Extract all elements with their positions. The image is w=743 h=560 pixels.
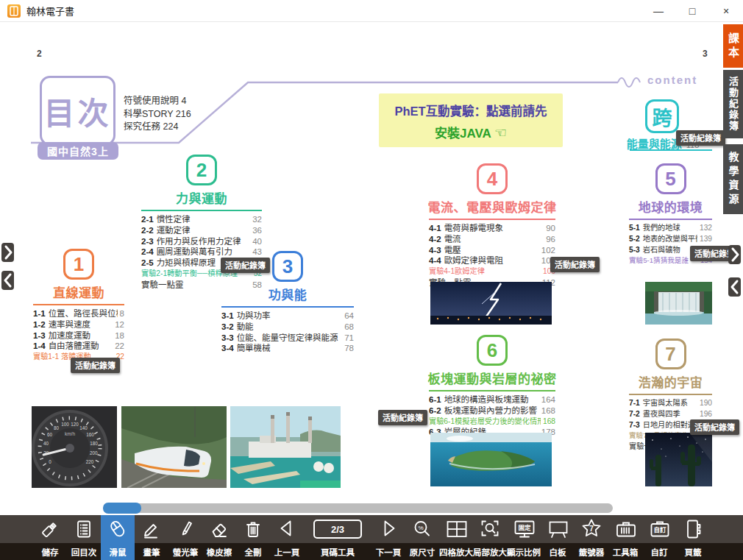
chapter-3-title[interactable]: 功與能 (269, 285, 307, 303)
phet-notice[interactable]: PhET互動實驗：點選前請先 安裝JAVA☜ (379, 93, 563, 147)
triangle-right-icon (377, 515, 399, 543)
chapter-1-block: 1 直線運動 1-1位置、路徑長與位移81-2速率與速度121-3加速度運動18… (33, 249, 124, 363)
tool-partial-zoom[interactable]: 局部放大 (473, 515, 507, 560)
toc-item[interactable]: 1-3加速度運動18 (33, 330, 124, 341)
toc-item[interactable]: 實驗4-1歐姆定律106 (429, 266, 555, 277)
toc-item[interactable]: 3-3位能、能量守恆定律與能源71 (221, 333, 354, 344)
speedometer-photo[interactable]: km/h 020406080100120140160180200220 (32, 406, 117, 488)
tool-save[interactable]: 儲存 (33, 515, 67, 560)
right-edge-prev-arrow[interactable] (728, 277, 741, 297)
chapter-4-number-badge[interactable]: 4 (477, 163, 508, 194)
tool-page-tabs[interactable]: 頁籤 (676, 515, 710, 560)
toc-item[interactable]: 4-3電壓102 (429, 245, 555, 256)
cross-topic-title[interactable]: 能量與能源 (627, 135, 682, 151)
waterfall-photo[interactable] (645, 282, 712, 325)
power-plant-photo[interactable] (230, 406, 341, 488)
chapter-2-title[interactable]: 力與運動 (176, 188, 227, 207)
chapter-3-number-badge[interactable]: 3 (272, 251, 303, 282)
chapter-5-title[interactable]: 地球的環境 (639, 197, 703, 216)
tool-toolbox[interactable]: 工具箱 (608, 515, 642, 560)
cross-topic-badge[interactable]: 跨 (645, 99, 679, 133)
tool-delete-all[interactable]: 全刪 (236, 515, 270, 560)
left-edge-prev-arrow[interactable] (1, 271, 14, 290)
chapter-2-number-badge[interactable]: 2 (186, 155, 217, 185)
horizontal-scrollbar-thumb[interactable] (103, 503, 141, 514)
toc-item[interactable]: 6-2板塊運動與內營力的影響168 (429, 405, 555, 417)
chapter-4-title[interactable]: 電流、電壓與歐姆定律 (428, 197, 557, 216)
toc-item[interactable]: 2-1慣性定律32 (141, 214, 262, 225)
tool-mouse[interactable]: 滑鼠 (101, 515, 135, 560)
toc-item[interactable]: 7-1宇宙與太陽系190 (629, 398, 712, 409)
chapter-5-number-badge[interactable]: 5 (655, 163, 686, 194)
tool-custom[interactable]: 自訂 自訂 (642, 515, 676, 560)
tool-whiteboard[interactable]: 白板 (541, 515, 575, 560)
activity-record-badge-ch2[interactable]: 活動紀錄簿 (221, 258, 270, 273)
chapter-divider (33, 304, 124, 305)
svg-text:固定: 固定 (518, 524, 531, 531)
island-photo[interactable] (430, 433, 552, 486)
close-button[interactable]: × (709, 0, 743, 21)
night-sky-cactus-photo[interactable] (645, 433, 712, 486)
tool-page-number[interactable]: 2/3 頁碼工具 (304, 515, 372, 560)
front-matter-item[interactable]: 符號使用說明 4 (124, 95, 191, 108)
tool-display-ratio[interactable]: 固定 顯示比例 (507, 515, 541, 560)
chapter-6-title[interactable]: 板塊運動與岩層的祕密 (428, 369, 557, 387)
toc-item[interactable]: 3-1功與功率64 (221, 311, 354, 322)
tool-back-to-toc[interactable]: 回目次 (67, 515, 101, 560)
toc-item[interactable]: 3-4簡單機械78 (221, 343, 354, 354)
tool-number-picker[interactable]: 7 籤號器 (575, 515, 608, 560)
toc-item[interactable]: 4-2電流96 (429, 234, 555, 245)
svg-text:200: 200 (90, 450, 98, 456)
maximize-button[interactable]: □ (675, 0, 709, 21)
tool-eraser[interactable]: 橡皮擦 (202, 515, 236, 560)
chapter-7-number-badge[interactable]: 7 (655, 339, 686, 369)
chapter-divider (629, 219, 712, 220)
front-matter-item[interactable]: 探究任務 224 (124, 121, 191, 134)
tool-original-size[interactable]: % 原尺寸 (405, 515, 439, 560)
chevron-left-icon (3, 272, 13, 288)
activity-record-badge-ch7[interactable]: 活動紀錄簿 (690, 419, 739, 435)
toc-item[interactable]: 1-2速率與速度12 (33, 319, 124, 330)
tab-textbook[interactable]: 課本 (723, 24, 743, 68)
eraser-icon (208, 515, 230, 543)
tool-four-grid-zoom[interactable]: 四格放大 (439, 515, 473, 560)
activity-record-badge-cross[interactable]: 活動紀錄簿 (676, 130, 725, 146)
star-number-icon: 7 (580, 515, 602, 543)
activity-record-badge-ch6[interactable]: 活動紀錄簿 (378, 410, 427, 425)
tool-highlighter[interactable]: 螢光筆 (168, 515, 202, 560)
tool-next-page[interactable]: 下一頁 (372, 515, 405, 560)
toc-item[interactable]: 6-1地球的構造與板塊運動164 (429, 394, 555, 405)
left-edge-next-arrow[interactable] (1, 243, 14, 262)
train-photo[interactable] (121, 406, 227, 488)
front-matter-item[interactable]: 科學STORY 216 (124, 108, 191, 121)
toc-item[interactable]: 3-2動能68 (221, 322, 354, 333)
chapter-6-item-list: 6-1地球的構造與板塊運動1646-2板塊運動與內營力的影響168實驗6-1模擬… (429, 394, 555, 438)
toc-item[interactable]: 7-2晝夜與四季196 (629, 409, 712, 420)
tool-pen[interactable]: 畫筆 (135, 515, 168, 560)
toc-item[interactable]: 2-3作用力與反作用力定律40 (141, 236, 262, 247)
tab-teaching-resources[interactable]: 教學資源 (723, 144, 743, 214)
toc-item[interactable]: 實驗6-1模擬岩層受力後的變化情形168 (429, 417, 555, 428)
chapter-6-number-badge[interactable]: 6 (477, 335, 508, 366)
toc-item[interactable]: 4-4歐姆定律與電阻105 (429, 255, 555, 266)
toc-item[interactable]: 4-1電荷與靜電現象90 (429, 223, 555, 234)
minimize-button[interactable]: — (641, 0, 675, 21)
chapter-7-title[interactable]: 浩瀚的宇宙 (639, 372, 703, 391)
toc-item[interactable]: 1-4自由落體運動22 (33, 341, 124, 352)
toc-item[interactable]: 2-2運動定律36 (141, 225, 262, 236)
tool-prev-page[interactable]: 上一頁 (270, 515, 304, 560)
phet-notice-line1: PhET互動實驗：點選前請先 (379, 102, 563, 119)
activity-record-badge-ch4[interactable]: 活動紀錄簿 (550, 257, 600, 272)
toc-item[interactable]: 1-1位置、路徑長與位移8 (33, 308, 124, 319)
toc-item[interactable]: 5-2地表的改變與平衡139 (629, 234, 712, 245)
activity-record-badge-ch1[interactable]: 活動紀錄簿 (71, 358, 120, 373)
right-edge-next-arrow[interactable] (728, 245, 741, 264)
trash-icon (242, 515, 264, 543)
titlebar: 翰林電子書 — □ × (0, 0, 743, 22)
chapter-1-number-badge[interactable]: 1 (63, 249, 94, 280)
tab-activity-record-book[interactable]: 活動紀錄簿 (723, 70, 743, 138)
horizontal-scrollbar-track[interactable] (130, 503, 613, 513)
toc-item[interactable]: 5-1我們的地球132 (629, 223, 712, 234)
chapter-1-title[interactable]: 直線運動 (53, 283, 104, 301)
lightning-photo[interactable] (430, 282, 552, 325)
